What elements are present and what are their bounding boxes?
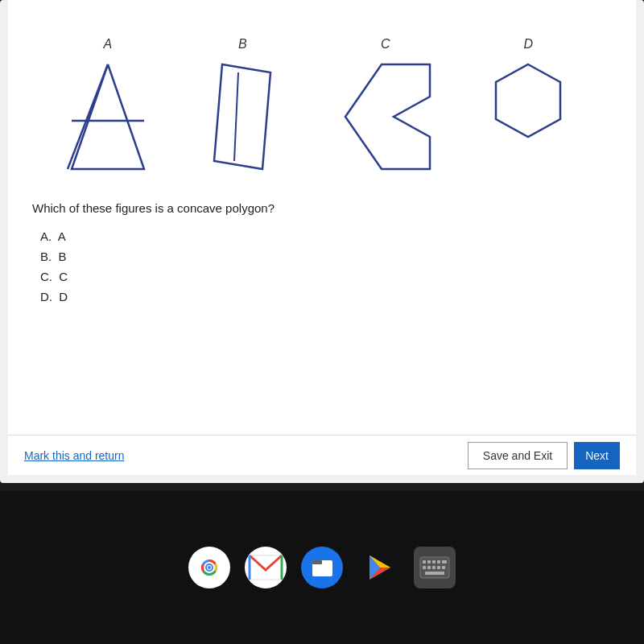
- option-c-letter: C. C: [40, 270, 68, 283]
- svg-rect-22: [427, 560, 431, 564]
- svg-rect-30: [442, 566, 445, 569]
- svg-rect-28: [432, 566, 436, 569]
- svg-rect-21: [423, 560, 426, 564]
- label-c: C: [381, 37, 390, 52]
- svg-rect-23: [432, 560, 436, 564]
- figure-d: D: [484, 37, 572, 177]
- next-button[interactable]: Next: [574, 442, 620, 469]
- svg-rect-31: [425, 572, 444, 575]
- svg-rect-29: [437, 566, 440, 569]
- svg-point-10: [208, 566, 211, 569]
- svg-rect-25: [442, 560, 447, 564]
- svg-line-1: [68, 64, 108, 169]
- gmail-icon[interactable]: [245, 547, 287, 588]
- label-b: B: [238, 37, 247, 52]
- files-icon[interactable]: [301, 547, 343, 588]
- figure-c: C: [333, 37, 438, 177]
- svg-d: [484, 56, 572, 177]
- option-d-letter: D. D: [40, 290, 68, 303]
- taskbar: [0, 491, 644, 644]
- question-container: A B C: [8, 0, 636, 475]
- question-text: Which of these figures is a concave poly…: [32, 201, 612, 215]
- svg-marker-2: [214, 64, 270, 169]
- svg-b: [198, 56, 287, 177]
- svg-rect-27: [427, 566, 431, 569]
- footer: Mark this and return Save and Exit Next: [8, 435, 636, 475]
- mark-return-link[interactable]: Mark this and return: [24, 449, 125, 462]
- svg-c: [333, 56, 438, 177]
- label-a: A: [103, 37, 112, 52]
- footer-buttons: Save and Exit Next: [468, 442, 620, 469]
- save-exit-button[interactable]: Save and Exit: [468, 442, 568, 469]
- options-list: A. A B. B C. C D. D: [40, 229, 612, 303]
- option-c[interactable]: C. C: [40, 270, 612, 283]
- svg-rect-15: [312, 560, 322, 564]
- option-b[interactable]: B. B: [40, 250, 612, 263]
- svg-a: [64, 56, 152, 177]
- option-b-letter: B. B: [40, 250, 67, 263]
- figure-a: A: [64, 37, 152, 177]
- option-a[interactable]: A. A: [40, 229, 612, 243]
- svg-rect-24: [437, 560, 440, 564]
- label-d: D: [523, 37, 533, 52]
- option-a-letter: A. A: [40, 229, 66, 243]
- figures-row: A B C: [32, 16, 612, 193]
- keyboard-icon[interactable]: [414, 547, 456, 588]
- chrome-icon[interactable]: [188, 547, 230, 588]
- svg-marker-4: [345, 64, 430, 169]
- svg-line-3: [234, 72, 238, 161]
- play-icon[interactable]: [357, 547, 399, 588]
- svg-marker-5: [496, 64, 560, 137]
- option-d[interactable]: D. D: [40, 290, 612, 303]
- svg-rect-26: [423, 566, 426, 569]
- figure-b: B: [198, 37, 287, 177]
